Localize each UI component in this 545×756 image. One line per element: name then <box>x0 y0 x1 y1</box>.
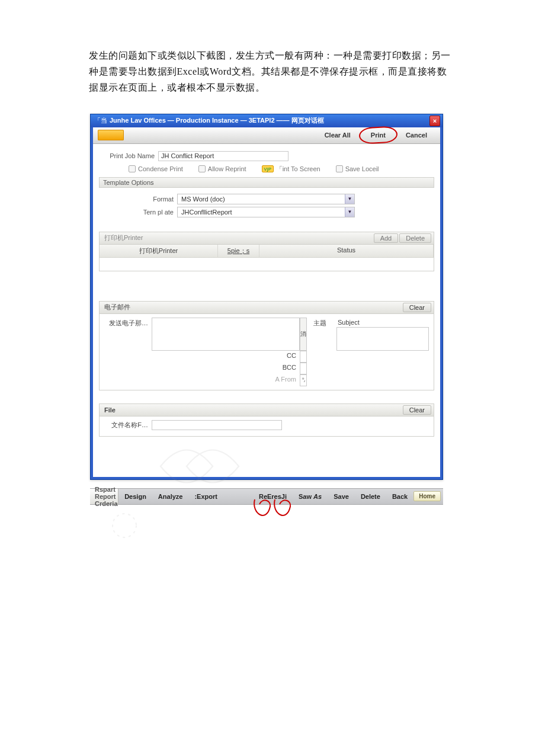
delete-printer-button[interactable]: Delete <box>399 233 431 243</box>
delete-button[interactable]: Delete <box>355 489 386 504</box>
allow-reprint-check[interactable]: Allow Reprint <box>198 165 246 174</box>
email-header: 电子邮件 <box>104 303 130 312</box>
report-footer: Rspart Report Crderia Design Analyze :Ex… <box>90 488 443 505</box>
allow-reprint-label: Allow Reprint <box>208 165 246 172</box>
cancel-email-button[interactable]: 消 <box>300 318 307 351</box>
save-local-label: Save Loceil <box>345 165 379 172</box>
svg-point-0 <box>113 514 136 537</box>
send-to-input[interactable] <box>152 318 300 351</box>
print-job-label: Print Job Name <box>99 152 158 159</box>
save-as-button[interactable]: Saw As <box>293 489 328 504</box>
back-button[interactable]: Back <box>386 489 413 504</box>
template-select[interactable]: JHConfllictReport ▼ <box>177 207 355 217</box>
file-name-input[interactable] <box>152 420 282 430</box>
cancel-button[interactable]: Cancel <box>397 130 435 140</box>
bcc-input[interactable] <box>300 363 307 374</box>
printer-panel: 打印机Printer Add Delete 打印机Printer 5pie；s … <box>99 232 434 271</box>
template-label: Tern pl ate <box>100 209 177 216</box>
intro-paragraph: 发生的问题如下或类似以下截图，发生方式一般有两种：一种是需要打印数据；另一种是需… <box>89 47 456 96</box>
to-screen-label: 「int To Screen <box>276 165 320 174</box>
dialog-toolbar: Clear All Print Cancel <box>93 127 440 144</box>
export-button[interactable]: :Export <box>188 489 223 504</box>
print-to-screen-check[interactable]: VjP 「int To Screen <box>262 165 320 174</box>
col-status: Status <box>259 245 434 257</box>
watermark-icon <box>107 511 142 540</box>
print-button[interactable]: Print <box>363 130 394 140</box>
printer-header: 打印机Printer <box>104 233 143 242</box>
analyze-button[interactable]: Analyze <box>152 489 189 504</box>
design-button[interactable]: Design <box>118 489 152 504</box>
printer-grid-header: 打印机Printer 5pie；s Status <box>100 245 434 258</box>
close-icon[interactable]: × <box>429 116 440 126</box>
col-copies[interactable]: 5pie；s <box>218 245 259 257</box>
send-to-label: 发送电子那… <box>104 318 152 351</box>
from-label: A From <box>152 374 300 386</box>
title-prefix: 「当 <box>94 116 107 125</box>
subject-label-cn: 主题 <box>307 318 336 351</box>
refresh-button[interactable]: ReEresJi <box>253 489 293 504</box>
dialog-titlebar[interactable]: 「当 Junhe Lav Offices — Production Instan… <box>91 114 443 127</box>
bcc-label: BCC <box>152 363 300 374</box>
file-clear-button[interactable]: Clear <box>403 405 431 415</box>
print-dialog: 「当 Junhe Lav Offices — Production Instan… <box>90 114 443 480</box>
footer-title: Rspart Report Crderia <box>90 489 118 504</box>
file-name-label: 文件名称F… <box>104 421 148 430</box>
print-job-name-input[interactable] <box>158 151 288 161</box>
chevron-down-icon[interactable]: ▼ <box>345 207 354 217</box>
template-value: JHConfllictReport <box>178 209 345 216</box>
col-printer: 打印机Printer <box>100 245 218 257</box>
dialog-title: Junhe Lav Offices — Production Instance … <box>110 116 324 125</box>
home-button[interactable]: Home <box>413 491 441 501</box>
format-value: MS Word (doc) <box>178 196 345 203</box>
save-button[interactable]: Save <box>328 489 355 504</box>
subject-label-en: Subject <box>336 318 429 327</box>
format-select[interactable]: MS Word (doc) ▼ <box>177 194 355 204</box>
app-logo <box>98 130 124 140</box>
from-input[interactable] <box>300 374 307 386</box>
cc-input[interactable] <box>300 351 307 363</box>
clear-all-button[interactable]: Clear All <box>316 130 359 140</box>
cc-label: CC <box>152 351 300 363</box>
subject-input[interactable] <box>336 327 429 351</box>
save-local-check[interactable]: Save Loceil <box>336 165 379 174</box>
condense-print-check[interactable]: Condense Print <box>129 165 183 174</box>
file-header: File <box>104 406 116 414</box>
file-panel: File Clear 文件名称F… <box>99 403 434 437</box>
add-printer-button[interactable]: Add <box>374 233 399 243</box>
condense-label: Condense Print <box>138 165 183 172</box>
chevron-down-icon[interactable]: ▼ <box>345 194 354 204</box>
email-panel: 电子邮件 Clear 发送电子那… 消 主题 Subject <box>99 301 434 390</box>
email-clear-button[interactable]: Clear <box>403 303 431 312</box>
format-label: Format <box>100 196 177 203</box>
template-options-header: Template Options <box>99 177 434 188</box>
vjp-tag: VjP <box>264 166 271 172</box>
